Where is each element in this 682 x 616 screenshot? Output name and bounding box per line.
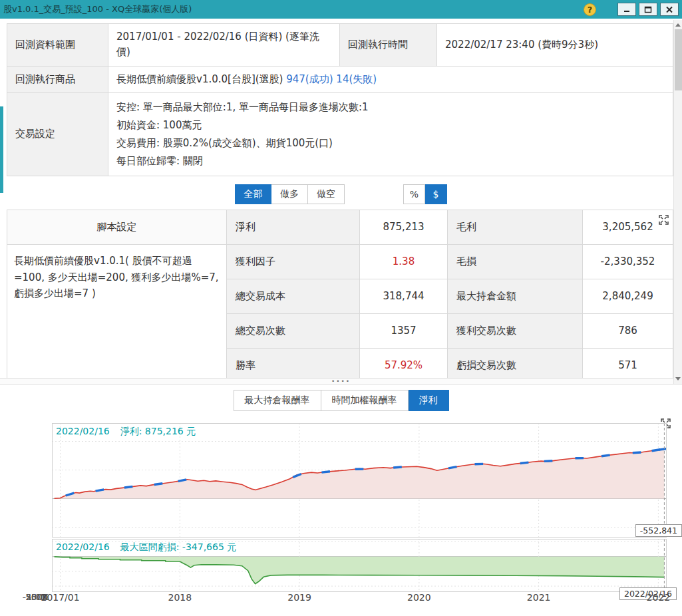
x-axis-tick-label: 2021 [512, 592, 566, 603]
results-expand-button[interactable] [658, 214, 669, 228]
metric-value: -2,330,352 [583, 245, 673, 279]
x-axis-tick-label: 2017/01 [34, 592, 87, 603]
vertical-scrollbar[interactable] [673, 20, 682, 384]
fail-count-link[interactable]: 14(失敗) [336, 73, 377, 85]
metric-label: 獲利因子 [227, 245, 360, 279]
filter-short-button[interactable]: 做空 [308, 184, 345, 204]
minimize-icon [623, 6, 631, 13]
scroll-down-icon[interactable] [675, 377, 681, 381]
annotation-date: 2022/02/16 [56, 426, 110, 438]
net-profit-chart[interactable] [52, 423, 667, 538]
tab-time-weighted-return[interactable]: 時間加權報酬率 [321, 390, 409, 411]
maximize-icon [644, 6, 652, 13]
expand-icon [659, 215, 669, 225]
success-count-link[interactable]: 947(成功) [286, 73, 333, 85]
x-axis-tick-label: 2022 [631, 592, 682, 603]
metric-value: 1357 [360, 314, 448, 349]
metric-value: 786 [583, 314, 673, 349]
metric-label: 毛損 [448, 245, 583, 279]
maximize-button[interactable] [639, 3, 657, 16]
chart-section: 最大持倉報酬率 時間加權報酬率 淨利 2022/02/16 淨利: 875,21… [0, 390, 682, 611]
x-axis-tick-label: 2019 [273, 592, 326, 603]
table-row: 交易設定 安控: 單一商品最大部位:1, 單一商品每日最多進場次數:1 初始資金… [7, 92, 673, 176]
annotation-value: 最大區間虧損: -347,665 元 [120, 541, 237, 553]
label-trade-settings: 交易設定 [7, 92, 108, 176]
setting-risk-control: 安控: 單一商品最大部位:1, 單一商品每日最多進場次數:1 [116, 98, 665, 116]
drawdown-annotation: 2022/02/16 最大區間虧損: -347,665 元 [56, 541, 236, 553]
titlebar: 股v1.0.1_交易_預設_100 - XQ全球贏家(個人版) ? [0, 0, 682, 19]
script-settings-text: 長期低價前續優股v1.0.1( 股價不可超過=100, 多少天出場=200, 獲… [7, 245, 226, 310]
table-row: 回測執行商品 長期低價前續優股v1.0.0[台股](選股) 947(成功) 14… [7, 66, 673, 92]
metric-label: 勝率 [227, 349, 360, 378]
metric-value: 571 [583, 349, 673, 378]
equity-annotation: 2022/02/16 淨利: 875,216 元 [56, 426, 196, 438]
table-row: 回測資料範圍 2017/01/01 - 2022/02/16 (日資料) (逐筆… [7, 24, 673, 67]
filter-long-button[interactable]: 做多 [271, 184, 308, 204]
splitter-dots-icon: •••• [331, 379, 351, 383]
annotation-date: 2022/02/16 [56, 541, 110, 553]
metric-label: 總交易成本 [227, 279, 360, 314]
scrollbar-thumb[interactable] [675, 29, 682, 90]
label-exec-product: 回測執行商品 [7, 66, 108, 92]
x-axis-tick-label: 2020 [393, 592, 446, 603]
value-exec-product: 長期低價前續優股v1.0.0[台股](選股) 947(成功) 14(失敗) [108, 66, 673, 92]
close-icon [665, 6, 673, 13]
results-panel: 腳本設定 長期低價前續優股v1.0.1( 股價不可超過=100, 多少天出場=2… [7, 210, 673, 378]
metrics-grid: 淨利 875,213 毛利 3,205,562 獲利因子 1.38 毛損 -2,… [227, 210, 673, 378]
app-window: 股v1.0.1_交易_預設_100 - XQ全球贏家(個人版) ? 回測資料範圍… [0, 0, 682, 616]
backtest-info-table: 回測資料範圍 2017/01/01 - 2022/02/16 (日資料) (逐筆… [7, 23, 673, 176]
minimize-button[interactable] [617, 3, 636, 16]
chart-tabs: 最大持倉報酬率 時間加權報酬率 淨利 [0, 390, 682, 411]
script-panel: 腳本設定 長期低價前續優股v1.0.1( 股價不可超過=100, 多少天出場=2… [7, 210, 227, 378]
metric-label: 淨利 [227, 210, 360, 245]
close-button[interactable] [660, 3, 679, 16]
metric-label: 總交易次數 [227, 314, 360, 349]
setting-initial-capital: 初始資金: 100萬元 [116, 116, 665, 134]
metric-value: 875,213 [360, 210, 448, 245]
metric-value: 318,744 [360, 279, 448, 314]
metric-label: 毛利 [448, 210, 583, 245]
window-title: 股v1.0.1_交易_預設_100 - XQ全球贏家(個人版) [3, 3, 192, 15]
annotation-value: 淨利: 875,216 元 [120, 426, 196, 438]
value-trade-settings: 安控: 單一商品最大部位:1, 單一商品每日最多進場次數:1 初始資金: 100… [108, 92, 673, 176]
setting-daily-flat: 每日部位歸零: 關閉 [116, 152, 665, 170]
scroll-up-icon[interactable] [675, 23, 681, 27]
script-settings-header: 腳本設定 [7, 210, 226, 245]
help-icon[interactable]: ? [584, 3, 596, 16]
metric-label: 虧損交易次數 [448, 349, 583, 378]
setting-fees: 交易費用: 股票0.2%(成交金額)、期貨100元(口) [116, 134, 665, 152]
filter-row: 全部 做多 做空 % $ [7, 184, 675, 204]
crosshair-y-value-label: -552,841 [635, 524, 682, 537]
unit-percent-button[interactable]: % [403, 184, 425, 204]
unit-dollar-button[interactable]: $ [425, 184, 447, 204]
metric-value: 57.92% [360, 349, 448, 378]
label-data-range: 回測資料範圍 [7, 24, 108, 67]
x-axis-tick-label: 2018 [153, 592, 206, 603]
metric-label: 獲利交易次數 [448, 314, 583, 349]
value-exec-time: 2022/02/17 23:40 (費時9分3秒) [437, 24, 673, 67]
metric-label: 最大持倉金額 [448, 279, 583, 314]
pane-splitter[interactable]: •••• [0, 378, 682, 385]
filter-all-button[interactable]: 全部 [235, 184, 271, 204]
value-data-range: 2017/01/01 - 2022/02/16 (日資料) (逐筆洗價) [108, 24, 340, 67]
label-exec-time: 回測執行時間 [340, 24, 437, 67]
metric-value: 2,840,249 [583, 279, 673, 314]
tab-max-position-return[interactable]: 最大持倉報酬率 [234, 390, 321, 411]
product-name: 長期低價前續優股v1.0.0[台股](選股) [116, 73, 283, 85]
tab-net-profit[interactable]: 淨利 [409, 390, 449, 411]
charts-area: 2022/02/16 淨利: 875,216 元 2022/02/16 最大區間… [0, 423, 682, 611]
metric-value: 1.38 [360, 245, 448, 279]
